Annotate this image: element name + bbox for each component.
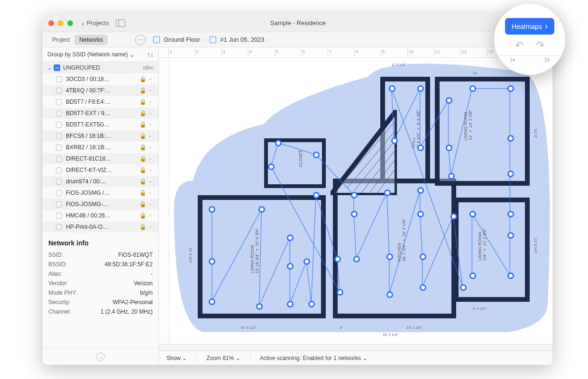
network-row[interactable]: FiOS-JOSMG /…🔒- (43, 187, 158, 199)
sort-button[interactable]: ↑↓ (147, 51, 154, 58)
survey-point[interactable] (446, 97, 452, 104)
network-row[interactable]: BD5T7-EXT5G…🔒- (43, 119, 158, 130)
survey-point[interactable] (420, 284, 426, 291)
undo-icon[interactable]: ↶ (515, 39, 524, 52)
survey-point[interactable] (303, 258, 310, 265)
sidebar-toggle-button[interactable] (116, 19, 125, 27)
close-window-button[interactable] (48, 20, 54, 26)
survey-point[interactable] (507, 272, 514, 279)
survey-point[interactable] (507, 211, 514, 217)
network-row[interactable]: BD5T7 / F8:E4:…🔒- (43, 96, 158, 108)
survey-point[interactable] (389, 85, 395, 92)
network-checkbox[interactable] (56, 201, 62, 208)
scanning-menu[interactable]: Active scanning: Enabled for 1 networks … (260, 355, 368, 361)
survey-point[interactable] (417, 187, 424, 194)
back-button[interactable]: Projects (82, 18, 109, 28)
survey-point[interactable] (460, 284, 467, 291)
network-row[interactable]: drum974 / 00:…🔒- (43, 176, 158, 187)
floorplan-canvas[interactable]: LIVING ROOM15' 10 3/4" × 15' 6 3/4" KITC… (169, 58, 552, 344)
network-group-header[interactable]: ⌄ − UNGROUPED dBm (43, 62, 158, 73)
survey-point[interactable] (209, 206, 215, 213)
survey-point[interactable] (334, 256, 341, 262)
network-row[interactable]: DIRECT-81C18…🔒- (43, 153, 158, 164)
network-checkbox[interactable] (56, 88, 62, 94)
survey-point[interactable] (209, 258, 215, 265)
network-row[interactable]: 3OCD3 / 00:18…🔒- (43, 73, 158, 85)
network-row[interactable]: BFCS6 / 18:1B:…🔒- (43, 130, 158, 142)
mixed-state-checkbox[interactable]: − (54, 64, 60, 71)
survey-point[interactable] (268, 163, 275, 170)
survey-point[interactable] (256, 303, 263, 310)
network-checkbox[interactable] (56, 224, 62, 230)
survey-point[interactable] (469, 272, 476, 279)
zoom-menu[interactable]: Zoom 61% ⌄ (206, 355, 240, 361)
tab-networks[interactable]: Networks (74, 35, 108, 45)
survey-point[interactable] (353, 256, 360, 262)
survey-point[interactable] (351, 192, 358, 199)
survey-point[interactable] (507, 171, 514, 177)
survey-point[interactable] (258, 206, 265, 213)
survey-point[interactable] (287, 263, 294, 270)
survey-point[interactable] (469, 85, 476, 92)
network-checkbox[interactable] (56, 144, 62, 151)
network-row[interactable]: FiOS-JOSMG-…🔒- (43, 199, 158, 210)
network-checkbox[interactable] (56, 122, 62, 128)
survey-point[interactable] (337, 289, 343, 296)
zoom-window-button[interactable] (67, 20, 73, 26)
breadcrumb-snapshot[interactable]: #1 Jun 05, 2023 (220, 36, 264, 43)
network-row[interactable]: BD5T7-EXT / 9…🔒- (43, 108, 158, 119)
breadcrumb-floor[interactable]: Ground Floor (164, 36, 200, 43)
survey-point[interactable] (420, 253, 426, 260)
redo-icon[interactable]: ↷ (536, 39, 544, 52)
network-checkbox[interactable] (56, 213, 62, 219)
horizontal-scrollbar[interactable] (159, 344, 552, 351)
survey-point[interactable] (417, 144, 424, 151)
survey-point[interactable] (417, 85, 424, 92)
network-checkbox[interactable] (56, 167, 62, 173)
ruler-tick: 10 (407, 49, 413, 56)
survey-point[interactable] (417, 211, 424, 217)
network-row[interactable]: DIRECT-KT-VIZ…🔒- (43, 164, 158, 176)
info-row: BSSID:48:5D:36:1F:5F:E2 (48, 261, 153, 268)
tab-project[interactable]: Project (47, 35, 74, 45)
survey-point[interactable] (391, 137, 398, 144)
survey-point[interactable] (351, 211, 358, 217)
survey-point[interactable] (313, 152, 320, 158)
network-checkbox[interactable] (56, 110, 62, 117)
network-row[interactable]: HMC4B / 00:26…🔒- (43, 210, 158, 221)
network-row[interactable]: 4TBXQ / 00:7F:…🔒- (43, 85, 158, 96)
network-row[interactable]: BXRB2 / 18:1B:…🔒- (43, 142, 158, 153)
survey-point[interactable] (386, 253, 393, 260)
survey-point[interactable] (313, 192, 320, 199)
ruler-tick: 1 (168, 49, 172, 56)
network-checkbox[interactable] (56, 99, 62, 105)
network-row[interactable]: HP-Print-0A-O…🔒- (43, 221, 158, 233)
survey-point[interactable] (209, 298, 215, 305)
network-checkbox[interactable] (56, 156, 62, 162)
survey-point[interactable] (507, 232, 514, 239)
network-checkbox[interactable] (56, 76, 62, 82)
survey-point[interactable] (287, 235, 294, 241)
survey-point[interactable] (386, 291, 393, 298)
survey-point[interactable] (308, 301, 315, 307)
heatmaps-button[interactable]: Heatmaps (505, 18, 554, 35)
sidebar-collapse-button[interactable]: ⌄ (43, 348, 158, 365)
survey-point[interactable] (450, 213, 457, 220)
more-options-button[interactable]: ⋯ (135, 35, 146, 45)
survey-point[interactable] (446, 144, 452, 151)
disclosure-triangle-icon[interactable]: ⌄ (47, 65, 52, 71)
minimize-window-button[interactable] (58, 20, 64, 26)
group-by-select[interactable]: Group by SSID (Network name) ↑↓ (43, 47, 158, 62)
survey-point[interactable] (287, 301, 294, 307)
survey-point[interactable] (448, 173, 455, 180)
network-checkbox[interactable] (56, 190, 62, 196)
survey-point[interactable] (507, 135, 514, 142)
survey-point[interactable] (469, 211, 476, 217)
network-checkbox[interactable] (56, 179, 62, 185)
survey-point[interactable] (507, 85, 514, 92)
survey-point[interactable] (384, 190, 391, 196)
survey-point[interactable] (275, 140, 282, 146)
breadcrumb: Ground Floor › #1 Jun 05, 2023 (153, 36, 264, 43)
show-menu[interactable]: Show ⌄ (166, 355, 187, 361)
network-checkbox[interactable] (56, 133, 62, 139)
